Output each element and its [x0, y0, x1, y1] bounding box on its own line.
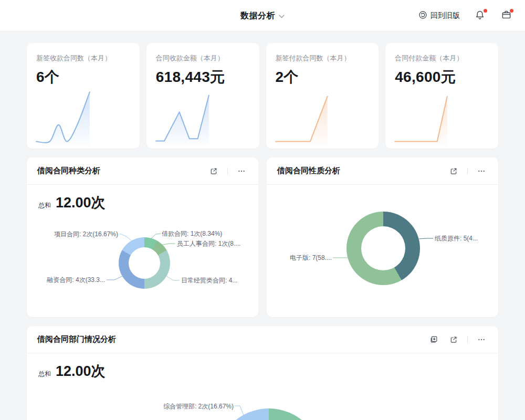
- contract-kind-donut-chart[interactable]: [119, 237, 170, 289]
- divider: [467, 336, 468, 343]
- back-link-label: 回到旧版: [430, 11, 460, 20]
- sum-value: 12.00次: [56, 362, 106, 381]
- restore-icon: [418, 10, 427, 21]
- stat-card-new-receipt-contracts: 新签收款合同数（本月） 6个: [27, 43, 140, 149]
- donut-hole: [361, 226, 405, 270]
- workbench-badge: [510, 9, 513, 13]
- slice-label-electronic: 电子版: 7(58....: [290, 254, 332, 262]
- trend-sparkline: [35, 90, 91, 145]
- back-to-old-version-link[interactable]: 回到旧版: [418, 10, 460, 21]
- workbench-button[interactable]: [500, 9, 512, 22]
- slice-label-hr-contract: 员工人事合同: 1次(8....: [177, 239, 240, 248]
- page-title-dropdown[interactable]: 数据分析: [240, 0, 285, 32]
- card-contract-kind-analysis: 借阅合同种类分析 总和 12.00次: [27, 158, 258, 317]
- stat-value: 6个: [36, 67, 130, 87]
- more-dots-icon[interactable]: [235, 165, 248, 177]
- download-icon[interactable]: [427, 333, 440, 346]
- sum-label: 总和: [38, 370, 51, 379]
- stat-cards-row: 新签收款合同数（本月） 6个 合同收款金额（本月） 618,443元 新签付款合…: [27, 43, 498, 149]
- stat-label: 合同收款金额（本月）: [156, 54, 250, 63]
- card-title: 借阅合同部门情况分析: [37, 334, 116, 344]
- external-link-icon[interactable]: [447, 165, 460, 177]
- stat-value: 2个: [276, 67, 370, 87]
- topbar-actions: 回到旧版: [418, 0, 512, 32]
- stat-card-payment-amount: 合同付款金额（本月） 46,600元: [385, 43, 498, 149]
- slice-label-general-management: 综合管理部: 2次(16.67%): [163, 402, 234, 411]
- stat-label: 合同付款金额（本月）: [395, 54, 489, 63]
- card-title: 借阅合同种类分析: [37, 166, 100, 176]
- stat-label: 新签收款合同数（本月）: [36, 54, 130, 63]
- card-contract-nature-analysis: 借阅合同性质分析 纸质原件: 5(4... 电子版: 7(58....: [267, 158, 498, 317]
- sum-label: 总和: [38, 201, 51, 210]
- top-bar: 数据分析 回到旧版: [0, 0, 525, 32]
- slice-label-daily-ops-contract: 日常经营类合同: 4...: [181, 276, 237, 285]
- stat-value: 618,443元: [156, 67, 250, 87]
- more-dots-icon[interactable]: [475, 333, 488, 346]
- stat-card-receipt-amount: 合同收款金额（本月） 618,443元: [146, 43, 259, 149]
- page-title: 数据分析: [240, 10, 275, 22]
- chevron-down-icon: [279, 11, 285, 20]
- slice-label-paper-original: 纸质原件: 5(4...: [435, 234, 478, 243]
- stat-value: 46,600元: [395, 67, 489, 87]
- card-title: 借阅合同性质分析: [277, 166, 340, 176]
- notification-badge: [484, 9, 487, 13]
- divider: [227, 167, 228, 175]
- card-department-analysis: 借阅合同部门情况分析 总和 12.0: [27, 326, 498, 420]
- divider: [467, 167, 468, 175]
- external-link-icon[interactable]: [207, 165, 220, 177]
- stat-label: 新签付款合同数（本月）: [276, 54, 370, 63]
- trend-sparkline: [394, 90, 449, 145]
- stat-card-new-payment-contracts: 新签付款合同数（本月） 2个: [266, 43, 379, 149]
- more-dots-icon[interactable]: [475, 165, 488, 177]
- notifications-button[interactable]: [474, 9, 486, 22]
- donut-hole: [129, 247, 160, 279]
- external-link-icon[interactable]: [447, 333, 460, 346]
- slice-label-project-contract: 项目合同: 2次(16.67%): [54, 230, 118, 239]
- trend-sparkline: [275, 90, 330, 145]
- contract-nature-donut-chart[interactable]: [346, 212, 420, 285]
- sum-value: 12.00次: [56, 193, 106, 212]
- slice-label-loan-contract: 借款合同: 1次(8.34%): [162, 229, 222, 238]
- trend-sparkline: [155, 90, 211, 145]
- slice-label-financing-contract: 融资合同: 4次(33.3...: [47, 276, 105, 285]
